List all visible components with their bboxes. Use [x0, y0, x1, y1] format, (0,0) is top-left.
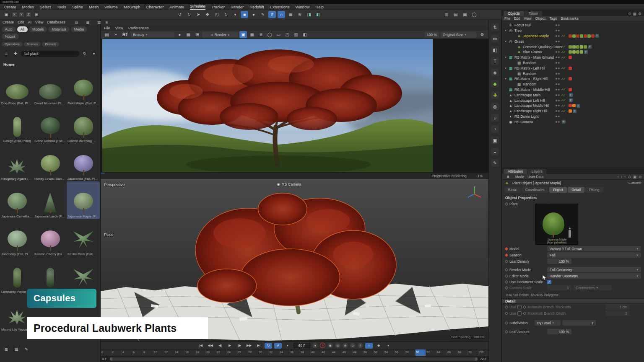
- param-diamond-icon[interactable]: [505, 321, 508, 324]
- timeline-frame-tick[interactable]: 50: [363, 349, 373, 356]
- timeline-frame-tick[interactable]: 46: [342, 349, 352, 356]
- enable-checkmarks[interactable]: [561, 50, 567, 54]
- visibility-dots[interactable]: [556, 121, 560, 123]
- objects-menu-item[interactable]: Bookmarks: [561, 16, 579, 21]
- menu-item[interactable]: Render: [231, 5, 244, 9]
- side-tool-icon[interactable]: ◒: [491, 148, 499, 155]
- mode-menu[interactable]: Mode: [515, 175, 524, 179]
- snowflake-icon[interactable]: ❄: [257, 31, 265, 38]
- playback-button[interactable]: ▾: [284, 343, 291, 349]
- object-tags[interactable]: [568, 56, 572, 59]
- param-diamond-icon[interactable]: [505, 305, 508, 308]
- object-tree-row[interactable]: ▼ ▲ Landscape Left Hill F: [502, 98, 644, 103]
- timeline-frame-tick[interactable]: 66: [447, 349, 457, 356]
- render-mode-dropdown[interactable]: Full Geometry: [547, 267, 641, 272]
- use-checkbox[interactable]: [517, 311, 522, 315]
- menu-item[interactable]: Animate: [169, 5, 184, 9]
- axis-lock-button[interactable]: X: [11, 12, 17, 18]
- plant-asset[interactable]: Japanese Larch (Fall, Pl...: [34, 181, 67, 219]
- render-setting-stepper[interactable]: Render: [202, 32, 238, 38]
- asset-menu-item[interactable]: View: [35, 20, 43, 24]
- timeline-frame-tick[interactable]: 22: [216, 349, 226, 356]
- object-tree-row[interactable]: ▼ ▦ RS Matrix - Left Hill: [502, 65, 644, 71]
- viewport-label[interactable]: Perspective: [104, 182, 125, 187]
- search-input[interactable]: [21, 51, 79, 57]
- param-diamond-icon[interactable]: [505, 286, 508, 289]
- timeline-frame-tick[interactable]: 30: [258, 349, 268, 356]
- plant-asset[interactable]: Hedgehog Agave (Fall...: [0, 144, 34, 181]
- plant-preview[interactable]: Japanese Maple (Acer palmatum): [535, 204, 578, 245]
- keyed-dot-icon[interactable]: [505, 247, 508, 250]
- objects-menu-item[interactable]: Tags: [549, 16, 557, 21]
- breadcrumb[interactable]: Home: [0, 58, 100, 68]
- keyed-dot-icon[interactable]: [505, 253, 508, 256]
- param-diamond-icon[interactable]: [505, 259, 508, 263]
- toolbar-tool-icon[interactable]: ≋: [296, 11, 304, 18]
- playback-button[interactable]: |◀: [197, 343, 205, 349]
- model-dropdown[interactable]: Variant 3 Full-Grown: [547, 246, 641, 251]
- visibility-dots[interactable]: [556, 94, 560, 96]
- user-data-menu[interactable]: User Data: [527, 175, 543, 179]
- enable-checkmarks[interactable]: [561, 104, 567, 108]
- side-tool-icon[interactable]: ◧: [491, 46, 499, 54]
- toolbar-tool-icon[interactable]: ↺: [176, 11, 184, 18]
- object-tags[interactable]: [568, 88, 572, 91]
- expander-icon[interactable]: ▼: [504, 29, 508, 32]
- objects-menu-item[interactable]: File: [504, 16, 510, 21]
- timeline-frame-tick[interactable]: 36: [289, 349, 300, 356]
- fullscreen-icon[interactable]: ◰: [283, 31, 291, 38]
- object-tags[interactable]: [568, 77, 572, 80]
- side-tool-icon[interactable]: ▭: [491, 35, 499, 42]
- plant-asset[interactable]: Globe Robinia (Fall, Pl...: [34, 106, 67, 144]
- menu-item[interactable]: Simulate: [190, 4, 205, 10]
- timeline-frame-tick[interactable]: 58: [405, 349, 415, 356]
- object-tags[interactable]: F: [568, 45, 592, 49]
- plant-asset[interactable]: Kentia Palm (Fall, Plant): [67, 219, 100, 257]
- object-tags[interactable]: F: [568, 98, 573, 102]
- timeline-frame-tick[interactable]: 68: [457, 349, 467, 356]
- toolbar-tool-icon[interactable]: ●: [250, 11, 257, 18]
- object-tree-row[interactable]: ▼ ▲ Landscape Middle Hill F: [502, 103, 644, 109]
- panel-menu-icon[interactable]: ≡: [103, 19, 111, 26]
- enable-checkmarks[interactable]: [561, 109, 567, 113]
- param-diamond-icon[interactable]: [505, 202, 508, 206]
- subfilter-chip[interactable]: Scenes: [24, 42, 41, 47]
- render-view-menu-item[interactable]: Preferences: [128, 26, 149, 30]
- copy-render-icon[interactable]: ✂: [112, 31, 119, 38]
- visibility-dots[interactable]: [556, 89, 560, 90]
- detail-param-field[interactable]: 1 cm: [605, 304, 630, 310]
- plant-asset[interactable]: Kanzan Cherry (Fall, Pl...: [34, 219, 67, 257]
- menu-item[interactable]: Tools: [57, 5, 66, 9]
- object-tree-row[interactable]: ▼ ◎ Tree: [502, 28, 644, 34]
- toolbar-tool-icon[interactable]: ▦: [287, 11, 294, 18]
- side-tool-icon[interactable]: ◍: [491, 103, 499, 110]
- plant-asset[interactable]: Field Maple (Fall, Plant): [67, 68, 100, 106]
- playback-button[interactable]: ◀◀: [207, 343, 214, 349]
- record-toggle[interactable]: ◎: [335, 343, 340, 348]
- attribute-section-tab[interactable]: Object: [549, 187, 567, 193]
- timeline-frame-tick[interactable]: 34: [279, 349, 289, 356]
- camera-label[interactable]: ◉RS Camera: [277, 182, 301, 186]
- param-diamond-icon[interactable]: [505, 268, 508, 271]
- axis-lock-button[interactable]: Y: [18, 12, 24, 18]
- timeline-frame-tick[interactable]: 24: [226, 349, 237, 356]
- refresh-icon[interactable]: ↻: [81, 50, 88, 57]
- attr-add-icon[interactable]: ⊕: [639, 175, 641, 179]
- plant-asset[interactable]: Japanese Camellia (Fal...: [0, 181, 34, 219]
- axis-gizmo[interactable]: [466, 185, 483, 202]
- asset-menu-item[interactable]: Edit: [18, 20, 24, 24]
- leaf-amount-field[interactable]: 100 %: [547, 329, 571, 334]
- menu-item[interactable]: Help: [315, 5, 324, 9]
- param-diamond-icon[interactable]: [505, 274, 508, 277]
- crop-icon[interactable]: ⊞: [193, 31, 201, 38]
- filter-chip[interactable]: Models: [29, 26, 47, 32]
- object-tree-row[interactable]: ▼ ◉ RS Camera ✛: [502, 119, 644, 124]
- objects-menu-item[interactable]: View: [524, 16, 531, 21]
- visibility-dots[interactable]: [556, 67, 560, 69]
- channel-sphere-icon[interactable]: ●: [176, 31, 183, 38]
- timeline-frame-tick[interactable]: 6: [132, 349, 143, 356]
- timeline-frame-tick[interactable]: 10: [153, 349, 164, 356]
- current-frame-field[interactable]: 60 F: [293, 343, 310, 348]
- histogram-icon[interactable]: ▥: [292, 31, 300, 38]
- timeline-frame-tick[interactable]: 32: [268, 349, 279, 356]
